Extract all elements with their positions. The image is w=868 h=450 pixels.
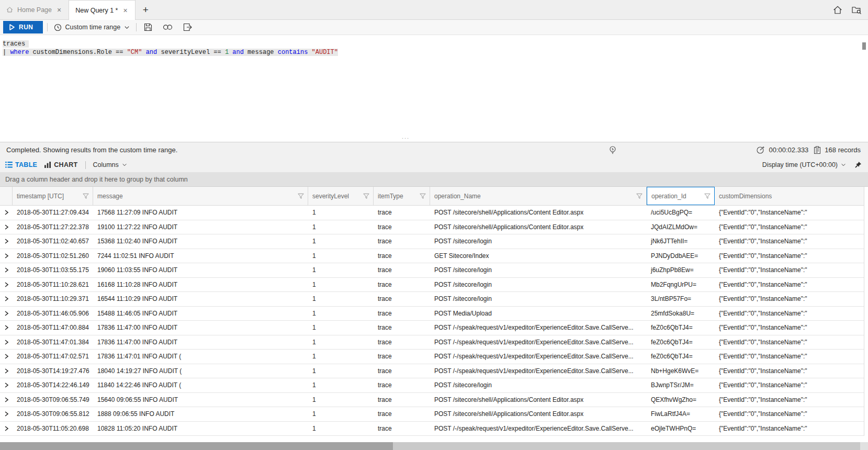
cell-custom-dimensions: {"EventId":"0","InstanceName":" — [715, 209, 864, 216]
table-row[interactable]: 2018-05-30T09:06:55.749 15640 09:06:55 I… — [0, 393, 864, 408]
filter-icon[interactable] — [420, 193, 426, 199]
cell-item-type: trace — [374, 295, 430, 302]
table-row[interactable]: 2018-05-30T11:02:40.657 15368 11:02:40 I… — [0, 234, 864, 249]
new-tab-icon[interactable]: + — [136, 0, 156, 19]
cell-operation-name: POST /sitecore/shell/Applications/Conten… — [430, 396, 647, 403]
group-by-bar[interactable]: Drag a column header and drop it here to… — [0, 172, 868, 187]
cell-custom-dimensions: {"EventId":"0","InstanceName":" — [715, 223, 864, 231]
row-expander-icon[interactable] — [0, 325, 13, 330]
cell-severity-level: 1 — [308, 252, 374, 260]
row-expander-icon[interactable] — [0, 253, 13, 258]
table-row[interactable]: 2018-05-30T11:27:22.378 19100 11:27:22 I… — [0, 220, 864, 235]
cell-timestamp: 2018-05-30T14:19:27.476 — [13, 367, 93, 375]
cell-custom-dimensions: {"EventId":"0","InstanceName":" — [715, 381, 864, 389]
table-row[interactable]: 2018-05-30T11:47:01.384 17836 11:47:00 I… — [0, 335, 864, 350]
row-expander-icon[interactable] — [0, 282, 13, 287]
clock-icon — [54, 24, 62, 31]
table-row[interactable]: 2018-05-30T11:27:09.434 17568 11:27:09 I… — [0, 206, 864, 220]
row-expander-icon[interactable] — [0, 224, 13, 230]
table-row[interactable]: 2018-05-30T11:46:05.906 15488 11:46:05 I… — [0, 307, 864, 321]
cell-timestamp: 2018-05-30T11:27:22.378 — [13, 223, 93, 231]
view-tabs-divider — [85, 161, 86, 169]
row-expander-icon[interactable] — [0, 239, 13, 244]
close-icon[interactable]: × — [122, 7, 128, 14]
close-icon[interactable]: × — [56, 6, 62, 14]
table-icon — [5, 162, 13, 168]
cell-operation-id: feZ0c6QbTJ4= — [647, 353, 715, 360]
table-row[interactable]: 2018-05-30T11:02:51.260 7244 11:02:51 IN… — [0, 249, 864, 264]
cell-operation-name: POST /sitecore/shell/Applications/Conten… — [430, 410, 647, 418]
display-time-dropdown[interactable]: Display time (UTC+00:00) — [762, 161, 846, 168]
table-row[interactable]: 2018-05-30T11:10:28.621 16168 11:10:28 I… — [0, 278, 864, 292]
header-message[interactable]: message — [93, 187, 308, 205]
filter-icon[interactable] — [298, 193, 304, 199]
row-expander-icon[interactable] — [0, 267, 13, 273]
horizontal-scrollbar[interactable] — [0, 442, 868, 450]
cell-custom-dimensions: {"EventId":"0","InstanceName":" — [715, 310, 864, 317]
cell-operation-id: FiwLaRtfJ4A= — [647, 410, 715, 418]
header-operation-name[interactable]: operation_Name — [430, 187, 647, 205]
query-explorer-icon[interactable] — [852, 5, 862, 15]
tab-new-query[interactable]: New Query 1 * × — [69, 0, 135, 20]
lightbulb-icon[interactable] — [608, 145, 617, 155]
filter-icon[interactable] — [704, 193, 711, 199]
horizontal-scrollbar-thumb[interactable] — [0, 442, 393, 450]
row-expander-icon[interactable] — [0, 340, 13, 345]
table-row[interactable]: 2018-05-30T09:06:55.812 1888 09:06:55 IN… — [0, 407, 864, 422]
row-expander-icon[interactable] — [0, 426, 13, 431]
header-custom-dimensions[interactable]: customDimensions — [715, 187, 864, 205]
cell-custom-dimensions: {"EventId":"0","InstanceName":" — [715, 367, 864, 375]
header-timestamp[interactable]: timestamp [UTC] — [13, 187, 93, 205]
cell-custom-dimensions: {"EventId":"0","InstanceName":" — [715, 339, 864, 346]
cell-operation-name: POST /-/speak/request/v1/expeditor/Exper… — [430, 425, 647, 432]
header-severity-level[interactable]: severityLevel — [308, 187, 374, 205]
query-line-1: traces — [3, 40, 868, 48]
time-range-dropdown[interactable]: Custom time range — [52, 24, 132, 31]
cell-operation-id: PJNDyDdbAEE= — [647, 252, 715, 260]
table-row[interactable]: 2018-05-30T11:03:55.175 19060 11:03:55 I… — [0, 263, 864, 278]
header-operation-id[interactable]: operation_Id — [647, 187, 715, 205]
pin-icon[interactable] — [854, 161, 862, 168]
row-expander-icon[interactable] — [0, 354, 13, 359]
run-button[interactable]: RUN — [3, 21, 43, 33]
tab-home-page[interactable]: Home Page × — [0, 0, 69, 19]
row-expander-icon[interactable] — [0, 296, 13, 301]
tab-chart[interactable]: CHART — [44, 161, 77, 168]
table-row[interactable]: 2018-05-30T11:47:00.884 17836 11:47:00 I… — [0, 321, 864, 335]
cell-item-type: trace — [374, 281, 430, 288]
row-expander-icon[interactable] — [0, 311, 13, 316]
table-row[interactable]: 2018-05-30T14:22:46.149 11840 14:22:46 I… — [0, 378, 864, 393]
cell-message: 17568 11:27:09 INFO AUDIT — [93, 209, 308, 216]
row-expander-icon[interactable] — [0, 383, 13, 388]
home-icon[interactable] — [833, 5, 842, 15]
cell-operation-id: /uci5UcBgPQ= — [647, 209, 715, 216]
cell-operation-name: POST /sitecore/shell/Applications/Conten… — [430, 223, 647, 231]
table-row[interactable]: 2018-05-30T11:05:20.698 10828 11:05:20 I… — [0, 422, 864, 436]
save-icon[interactable] — [141, 23, 155, 31]
cell-timestamp: 2018-05-30T11:10:29.371 — [13, 295, 93, 302]
query-editor[interactable]: traces | where customDimensions.Role == … — [0, 35, 868, 142]
header-item-type[interactable]: itemType — [374, 187, 430, 205]
cell-severity-level: 1 — [308, 238, 374, 245]
cell-message: 19100 11:27:22 INFO AUDIT — [93, 223, 308, 231]
row-expander-icon[interactable] — [0, 210, 13, 215]
filter-icon[interactable] — [363, 193, 369, 199]
editor-scrollbar-thumb[interactable] — [862, 42, 866, 50]
table-row[interactable]: 2018-05-30T11:10:29.371 16544 11:10:29 I… — [0, 292, 864, 307]
tab-chart-label: CHART — [54, 161, 77, 168]
table-row[interactable]: 2018-05-30T14:19:27.476 18040 14:19:27 I… — [0, 364, 864, 379]
cell-operation-id: Mb2FqngUrPU= — [647, 281, 715, 288]
export-icon[interactable] — [180, 23, 195, 31]
columns-dropdown[interactable]: Columns — [93, 161, 127, 168]
row-expander-icon[interactable] — [0, 411, 13, 417]
cell-message: 10828 11:05:20 INFO AUDIT — [93, 425, 308, 432]
filter-icon[interactable] — [636, 193, 642, 199]
row-expander-icon[interactable] — [0, 368, 13, 374]
filter-icon[interactable] — [83, 193, 89, 199]
splitter-handle[interactable]: ... — [402, 132, 410, 141]
link-icon[interactable] — [160, 24, 176, 31]
row-expander-icon[interactable] — [0, 397, 13, 402]
cell-operation-name: POST /sitecore/login — [430, 381, 647, 389]
tab-table[interactable]: TABLE — [5, 161, 37, 168]
table-row[interactable]: 2018-05-30T11:47:02.571 17836 11:47:01 I… — [0, 350, 864, 364]
